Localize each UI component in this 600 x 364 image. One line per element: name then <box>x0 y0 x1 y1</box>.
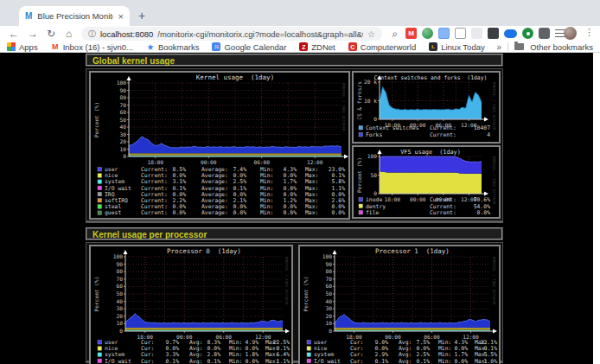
svg-text:Context switches: Context switches <box>366 125 419 131</box>
bookmark-computerworld[interactable]: CComputerworld <box>348 42 416 52</box>
svg-text:Cur:: Cur: <box>350 358 363 364</box>
puzzle-extension-icon[interactable] <box>539 28 550 39</box>
svg-text:70: 70 <box>326 276 333 282</box>
bookmark-google-calendar[interactable]: 31Google Calendar <box>212 42 286 52</box>
gmail-extension-icon[interactable]: M <box>405 28 417 39</box>
svg-text:0: 0 <box>373 190 377 196</box>
bookmark-linux-today[interactable]: LLinux Today <box>429 42 485 52</box>
svg-text:50: 50 <box>120 117 127 123</box>
svg-text:90: 90 <box>326 261 333 267</box>
vfs-chart[interactable]: 10050018:0000:0006:0012:00VFS usage (1da… <box>352 145 501 219</box>
ctxt-chart[interactable]: 20 k10 k018:0000:0006:0012:00Context swi… <box>352 71 501 144</box>
browser-window: M Blue Precision Monitorix × + ← → ↻ ⌂ ⓘ… <box>0 0 600 364</box>
cpu0-chart[interactable]: 100908070605040302010018:0000:0006:0012:… <box>89 245 293 364</box>
messenger-extension-icon[interactable] <box>504 29 517 38</box>
svg-text:1.0%: 1.0% <box>484 358 498 364</box>
svg-text:Percent (%): Percent (%) <box>93 102 99 137</box>
kernel-graph: 100908070605040302010018:0000:0006:0012:… <box>91 73 348 218</box>
svg-text:60: 60 <box>326 283 333 289</box>
svg-text:CS & forks/s: CS & forks/s <box>356 81 362 120</box>
bookmark-apps[interactable]: Apps <box>7 42 38 52</box>
bookmark-star-icon[interactable]: ☆ <box>367 29 375 39</box>
svg-text:Percent (%): Percent (%) <box>356 157 362 193</box>
docs-extension-icon[interactable] <box>438 28 450 39</box>
browser-tab[interactable]: M Blue Precision Monitorix × <box>19 6 130 26</box>
svg-text:10: 10 <box>117 320 124 326</box>
svg-text:10407: 10407 <box>474 125 490 131</box>
gmail-icon: M <box>51 42 60 51</box>
svg-text:90: 90 <box>117 261 124 267</box>
svg-text:RRDTOOL / TOBI OETIKER: RRDTOOL / TOBI OETIKER <box>284 257 289 305</box>
bookmark-bookmarks[interactable]: ★Bookmarks <box>146 42 200 52</box>
svg-text:RRDTOOL / TOBI OETIKER: RRDTOOL / TOBI OETIKER <box>492 156 496 205</box>
computerworld-icon: C <box>348 42 357 51</box>
bookmark-label: ZDNet <box>311 42 335 52</box>
profile-avatar[interactable] <box>564 27 577 40</box>
svg-text:Current:: Current: <box>141 209 168 216</box>
other-bookmarks-button[interactable]: Other bookmarks <box>530 42 593 52</box>
zdnet-icon: Z <box>299 42 308 51</box>
svg-text:50: 50 <box>371 172 378 178</box>
svg-text:Avg:: Avg: <box>189 358 202 364</box>
svg-text:Min:: Min: <box>438 358 451 364</box>
globe-extension-icon[interactable] <box>422 28 433 39</box>
bookmark-label: Google Calendar <box>224 42 286 52</box>
app-extension-icon[interactable] <box>488 28 499 39</box>
monitorix-favicon: M <box>25 11 32 21</box>
address-bar[interactable]: ⓘ localhost:8080 /monitorix-cgi/monitori… <box>81 27 382 41</box>
box-extension-icon[interactable] <box>455 28 466 39</box>
menu-kebab-icon[interactable]: ⋮ <box>584 27 594 38</box>
svg-text:guest: guest <box>105 209 121 216</box>
evernote-extension-icon[interactable] <box>522 28 533 39</box>
bookmarks-bar: AppsMInbox (16) - sjvn0...★Bookmarks31Go… <box>0 42 600 53</box>
cpu1-chart[interactable]: 100908070605040302010018:0000:0006:0012:… <box>298 245 501 364</box>
tab-strip: M Blue Precision Monitorix × + <box>0 0 600 26</box>
home-icon[interactable]: ⌂ <box>66 28 72 40</box>
page-info-icon[interactable]: ⓘ <box>88 29 96 40</box>
browser-toolbar: ← → ↻ ⌂ ⓘ localhost:8080 /monitorix-cgi/… <box>0 26 600 42</box>
calendar-icon: 31 <box>212 42 220 51</box>
svg-text:0: 0 <box>123 153 126 159</box>
bookmark-inbox-16-sjvn0[interactable]: MInbox (16) - sjvn0... <box>51 42 133 52</box>
svg-text:20: 20 <box>117 313 124 319</box>
svg-text:40: 40 <box>326 298 333 304</box>
cpu0-graph: 100908070605040302010018:0000:0006:0012:… <box>91 246 291 364</box>
svg-text:100: 100 <box>322 253 332 259</box>
svg-text:Average:: Average: <box>201 209 228 216</box>
svg-text:100: 100 <box>117 80 126 86</box>
svg-text:0.0%: 0.0% <box>173 209 187 216</box>
search-extension-icon[interactable]: ⌕ <box>389 28 400 39</box>
svg-text:20: 20 <box>326 313 333 319</box>
bookmarks-divider <box>507 43 508 51</box>
tab-close-icon[interactable]: × <box>118 11 124 22</box>
linux-today-icon: L <box>429 42 437 51</box>
bookmark-zdnet[interactable]: ZZDNet <box>299 42 335 52</box>
svg-text:0.1%: 0.1% <box>207 358 221 364</box>
svg-text:20: 20 <box>120 138 127 144</box>
svg-text:0.0%: 0.0% <box>233 209 247 216</box>
svg-text:Kernel usage (1day): Kernel usage (1day) <box>196 73 274 81</box>
svg-text:40: 40 <box>117 298 124 304</box>
svg-text:Cur:: Cur: <box>141 358 154 364</box>
ctxt-graph: 20 k10 k018:0000:0006:0012:00Context swi… <box>354 73 499 142</box>
svg-text:30: 30 <box>120 131 127 137</box>
kernel-chart[interactable]: 100908070605040302010018:0000:0006:0012:… <box>89 71 350 220</box>
folder-icon <box>514 43 524 50</box>
svg-text:0.0%: 0.0% <box>455 358 469 364</box>
cpu1-graph: 100908070605040302010018:0000:0006:0012:… <box>300 246 499 364</box>
svg-text:00:00: 00:00 <box>201 159 217 165</box>
svg-text:70: 70 <box>120 102 127 108</box>
svg-text:12:00: 12:00 <box>307 159 323 165</box>
svg-text:10 k: 10 k <box>364 98 377 104</box>
bookmarks-overflow-icon[interactable]: » <box>497 42 502 52</box>
cast-extension-icon[interactable] <box>471 28 482 39</box>
new-tab-button[interactable]: + <box>138 9 145 22</box>
svg-text:60: 60 <box>120 109 127 115</box>
svg-text:RRDTOOL / TOBI OETIKER: RRDTOOL / TOBI OETIKER <box>492 257 496 305</box>
reload-icon[interactable]: ↻ <box>47 28 55 40</box>
back-icon[interactable]: ← <box>9 28 19 40</box>
bookmarks-right: » Other bookmarks <box>497 42 600 52</box>
forward-icon[interactable]: → <box>28 28 38 40</box>
svg-text:60: 60 <box>117 283 124 289</box>
svg-text:Processor 1 (1day): Processor 1 (1day) <box>375 247 450 255</box>
